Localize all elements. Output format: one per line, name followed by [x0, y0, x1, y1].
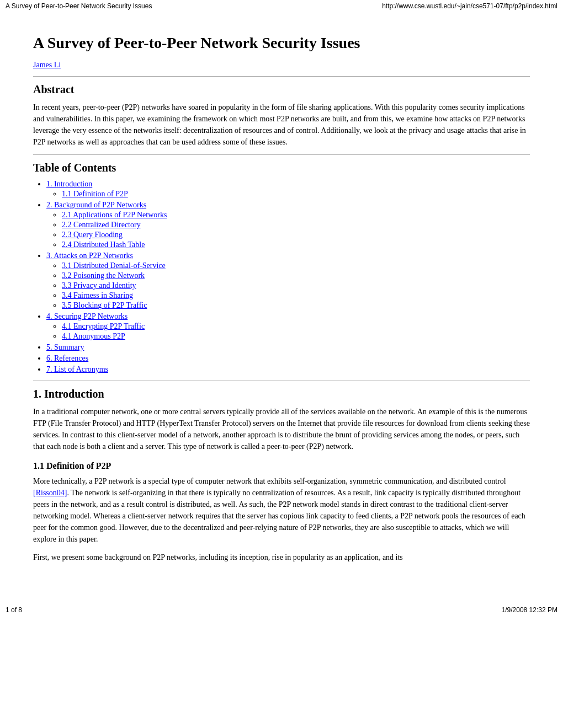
divider-2: [33, 154, 530, 155]
browser-url: http://www.cse.wustl.edu/~jain/cse571-07…: [382, 2, 557, 10]
toc-subitem-2-4: 2.4 Distributed Hash Table: [62, 240, 530, 249]
page-content: A Survey of Peer-to-Peer Network Securit…: [0, 12, 563, 592]
toc-link-apps[interactable]: 2.1 Applications of P2P Networks: [62, 211, 167, 219]
author-link[interactable]: James Li: [33, 61, 61, 69]
toc-link-centralized[interactable]: 2.2 Centralized Directory: [62, 221, 141, 229]
definition-text1: More technically, a P2P network is a spe…: [33, 475, 530, 545]
toc-subitem-1-1: 1.1 Definition of P2P: [62, 190, 530, 199]
page-title: A Survey of Peer-to-Peer Network Securit…: [33, 34, 530, 52]
toc-link-anon[interactable]: 4.1 Anonymous P2P: [62, 332, 125, 340]
toc-subitem-3-5: 3.5 Blocking of P2P Traffic: [62, 301, 530, 310]
toc-link-dht[interactable]: 2.4 Distributed Hash Table: [62, 240, 145, 249]
intro-text: In a traditional computer network, one o…: [33, 406, 530, 452]
toc-heading: Table of Contents: [33, 162, 530, 174]
toc-subitem-2-1: 2.1 Applications of P2P Networks: [62, 211, 530, 220]
browser-bar: A Survey of Peer-to-Peer Network Securit…: [0, 0, 563, 12]
toc-link-summary[interactable]: 5. Summary: [46, 343, 84, 351]
toc-item-2: 2. Background of P2P Networks 2.1 Applic…: [46, 201, 530, 249]
toc-subitem-4-1: 4.1 Encrypting P2P Traffic: [62, 322, 530, 331]
toc-subitem-3-1: 3.1 Distributed Denial-of-Service: [62, 261, 530, 270]
footer-datetime: 1/9/2008 12:32 PM: [502, 606, 557, 614]
ref-risson04[interactable]: [Risson04]: [33, 489, 67, 497]
toc-item-1: 1. Introduction 1.1 Definition of P2P: [46, 180, 530, 199]
toc-link-intro[interactable]: 1. Introduction: [46, 180, 92, 188]
definition-text2: First, we present some background on P2P…: [33, 552, 530, 563]
toc-link-def[interactable]: 1.1 Definition of P2P: [62, 190, 128, 198]
toc-subitem-2-3: 2.3 Query Flooding: [62, 231, 530, 239]
toc-link-flooding[interactable]: 2.3 Query Flooding: [62, 231, 123, 239]
toc-subitem-2-2: 2.2 Centralized Directory: [62, 221, 530, 229]
footer-bar: 1 of 8 1/9/2008 12:32 PM: [0, 603, 563, 617]
toc-item-6: 6. References: [46, 354, 530, 363]
toc-link-attacks[interactable]: 3. Attacks on P2P Networks: [46, 251, 133, 260]
toc-link-securing[interactable]: 4. Securing P2P Networks: [46, 312, 128, 320]
toc-link-encrypting[interactable]: 4.1 Encrypting P2P Traffic: [62, 322, 145, 330]
toc-link-privacy[interactable]: 3.3 Privacy and Identity: [62, 281, 136, 290]
abstract-heading: Abstract: [33, 83, 530, 96]
browser-title: A Survey of Peer-to-Peer Network Securit…: [6, 2, 152, 10]
toc-subitem-3-4: 3.4 Fairness in Sharing: [62, 291, 530, 300]
toc-link-blocking[interactable]: 3.5 Blocking of P2P Traffic: [62, 301, 147, 309]
toc-item-4: 4. Securing P2P Networks 4.1 Encrypting …: [46, 312, 530, 341]
divider-3: [33, 381, 530, 381]
toc-link-poison[interactable]: 3.2 Poisoning the Network: [62, 271, 145, 280]
toc-link-acronyms[interactable]: 7. List of Acronyms: [46, 365, 108, 373]
abstract-text: In recent years, peer-to-peer (P2P) netw…: [33, 101, 530, 148]
toc-link-references[interactable]: 6. References: [46, 354, 88, 362]
toc-subitem-3-2: 3.2 Poisoning the Network: [62, 271, 530, 280]
toc-subitem-3-3: 3.3 Privacy and Identity: [62, 281, 530, 290]
toc-item-5: 5. Summary: [46, 343, 530, 352]
toc-item-3: 3. Attacks on P2P Networks 3.1 Distribut…: [46, 251, 530, 310]
toc-item-7: 7. List of Acronyms: [46, 365, 530, 374]
divider-1: [33, 76, 530, 77]
footer-page-info: 1 of 8: [6, 606, 22, 614]
intro-heading: 1. Introduction: [33, 388, 530, 400]
definition-heading: 1.1 Definition of P2P: [33, 461, 530, 471]
toc-link-fairness[interactable]: 3.4 Fairness in Sharing: [62, 291, 133, 299]
toc-list: 1. Introduction 1.1 Definition of P2P 2.…: [33, 180, 530, 374]
toc-link-ddos[interactable]: 3.1 Distributed Denial-of-Service: [62, 261, 166, 270]
toc-subitem-4-2: 4.1 Anonymous P2P: [62, 332, 530, 341]
toc-link-background[interactable]: 2. Background of P2P Networks: [46, 201, 146, 209]
